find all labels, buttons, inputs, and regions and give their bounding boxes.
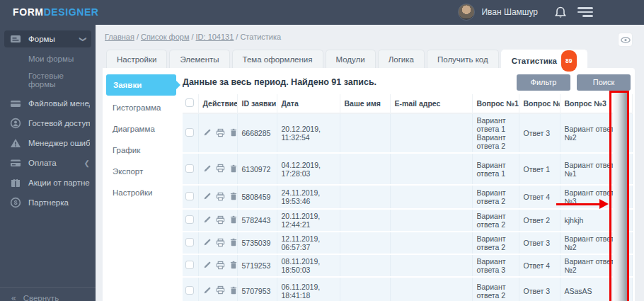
sidebar: Формы❯Мои формыГостевые формыФайловый ме… xyxy=(0,25,96,301)
eye-icon xyxy=(621,33,631,46)
edit-icon[interactable] xyxy=(203,238,212,248)
table-row: 573503912.11.2019, 06:57:37Вариант ответ… xyxy=(183,232,632,254)
breadcrumb-link[interactable]: ID: 104131 xyxy=(196,33,234,41)
form-tabs: НастройкиЭлементыТема оформленияМодулиЛо… xyxy=(106,50,590,68)
row-checkbox[interactable] xyxy=(185,128,194,137)
search-button[interactable]: Поиск xyxy=(577,74,631,91)
row-id-cell: 5707953 xyxy=(237,277,277,301)
sidebar-item-label: Акции от партнеров xyxy=(28,178,90,187)
row-select-cell xyxy=(183,232,198,254)
sidebar-item[interactable]: Акции от партнеров xyxy=(0,174,96,192)
column-header: Дата xyxy=(277,94,340,113)
filter-button[interactable]: Фильтр xyxy=(517,74,570,91)
delete-icon[interactable] xyxy=(229,164,238,174)
print-icon[interactable] xyxy=(216,215,225,226)
tab-item[interactable]: Модули xyxy=(326,50,376,68)
print-icon[interactable] xyxy=(216,285,225,296)
annotation-arrow-head xyxy=(599,199,609,209)
logo-primary: FORM xyxy=(13,6,44,18)
sidebar-item[interactable]: Оплата❮ xyxy=(0,154,96,172)
tab-item[interactable]: Тема оформления xyxy=(232,50,323,68)
logo-accent: DESIGNER xyxy=(44,6,99,18)
preview-button[interactable] xyxy=(618,33,633,47)
row-name-cell xyxy=(340,277,390,301)
notifications-bell-icon[interactable] xyxy=(553,6,568,20)
sidebar-item[interactable]: Менеджер ошибок xyxy=(0,134,96,152)
delete-icon[interactable] xyxy=(229,192,238,202)
row-checkbox[interactable] xyxy=(185,238,194,246)
subnav-item[interactable]: Экспорт xyxy=(103,161,182,182)
print-icon[interactable] xyxy=(216,128,225,139)
row-email-cell xyxy=(390,153,472,185)
delete-icon[interactable] xyxy=(229,261,238,271)
table-row: 613097204.12.2019, 17:28:03Вариант ответ… xyxy=(183,153,632,185)
tab-item[interactable]: Настройки xyxy=(106,50,167,68)
tab-item[interactable]: Получить код xyxy=(427,50,499,68)
dollar-icon: $ xyxy=(10,197,21,208)
edit-icon[interactable] xyxy=(203,261,212,271)
forms-icon xyxy=(10,33,21,45)
column-header: Вопрос №2 xyxy=(519,94,560,113)
delete-icon[interactable] xyxy=(229,238,238,248)
edit-icon[interactable] xyxy=(203,192,212,202)
hamburger-menu-icon[interactable] xyxy=(577,7,593,18)
subnav-item[interactable]: Гистограмма xyxy=(103,97,182,118)
edit-icon[interactable] xyxy=(203,164,212,174)
sidebar-subitem[interactable]: Мои формы xyxy=(0,50,96,67)
subnav-item[interactable]: Диаграмма xyxy=(103,118,182,140)
tab-item[interactable]: Элементы xyxy=(169,50,229,68)
sidebar-item[interactable]: Формы❯ xyxy=(4,30,91,47)
row-checkbox[interactable] xyxy=(185,215,194,224)
breadcrumb-separator: / xyxy=(191,33,193,41)
row-date-cell: 24.11.2019, 19:53:46 xyxy=(277,185,340,209)
sidebar-item[interactable]: Гостевой доступ xyxy=(0,114,96,132)
sidebar-item[interactable]: $Партнерка xyxy=(0,193,96,212)
row-checkbox[interactable] xyxy=(185,164,194,173)
edit-icon[interactable] xyxy=(203,286,212,296)
double-chevron-left-icon: « xyxy=(11,293,16,301)
sidebar-subitem[interactable]: Гостевые формы xyxy=(0,67,96,93)
row-q2-cell: Ответ 3 xyxy=(519,113,560,153)
row-date-cell: 08.11.2019, 18:50:03 xyxy=(277,254,340,277)
delete-icon[interactable] xyxy=(229,215,238,225)
row-q1-cell: Вариант ответа 1 xyxy=(472,153,519,185)
select-all-header xyxy=(183,94,198,113)
edit-icon[interactable] xyxy=(203,128,212,138)
row-id-cell: 5735039 xyxy=(237,232,277,254)
sidebar-item[interactable]: Файловый менеджер xyxy=(0,94,96,113)
print-icon[interactable] xyxy=(216,261,225,271)
select-all-checkbox[interactable] xyxy=(185,98,194,107)
row-checkbox[interactable] xyxy=(185,286,194,295)
subnav-item[interactable]: График xyxy=(103,140,182,161)
column-header: ID заявки xyxy=(237,94,277,113)
edit-icon[interactable] xyxy=(203,215,212,225)
delete-icon[interactable] xyxy=(229,286,238,296)
tab-label: Модули xyxy=(336,55,365,64)
tab-active[interactable]: Статистика89 xyxy=(501,50,587,68)
tab-label: Статистика xyxy=(512,57,557,65)
sidebar-collapse-button[interactable]: « Свернуть xyxy=(0,287,96,301)
subnav-item[interactable]: Заявки xyxy=(106,74,176,96)
tab-item[interactable]: Логика xyxy=(378,50,425,68)
guest-access-icon xyxy=(10,118,21,129)
row-id-cell: 5782443 xyxy=(237,209,277,232)
row-name-cell xyxy=(340,113,390,153)
row-checkbox[interactable] xyxy=(185,192,194,200)
row-checkbox[interactable] xyxy=(185,261,194,269)
user-menu[interactable]: Иван Шамшур xyxy=(458,4,538,21)
row-name-cell xyxy=(340,209,390,232)
print-icon[interactable] xyxy=(216,192,225,203)
row-actions-cell xyxy=(198,113,237,153)
print-icon[interactable] xyxy=(216,238,225,249)
delete-icon[interactable] xyxy=(229,128,238,138)
breadcrumb-link[interactable]: Список форм xyxy=(141,33,190,41)
print-icon[interactable] xyxy=(216,164,225,174)
breadcrumb-current: Статистика xyxy=(240,33,281,41)
subnav-item[interactable]: Настройки xyxy=(103,182,182,203)
row-q1-cell: Вариант ответа 3 xyxy=(472,254,519,277)
statistics-panel: ЗаявкиГистограммаДиаграммаГрафикЭкспортН… xyxy=(103,68,635,301)
tab-label: Настройки xyxy=(117,55,156,64)
row-date-cell: 06.11.2019, 18:41:18 xyxy=(277,277,340,301)
avatar[interactable] xyxy=(458,4,475,21)
breadcrumb-link[interactable]: Главная xyxy=(105,33,134,41)
